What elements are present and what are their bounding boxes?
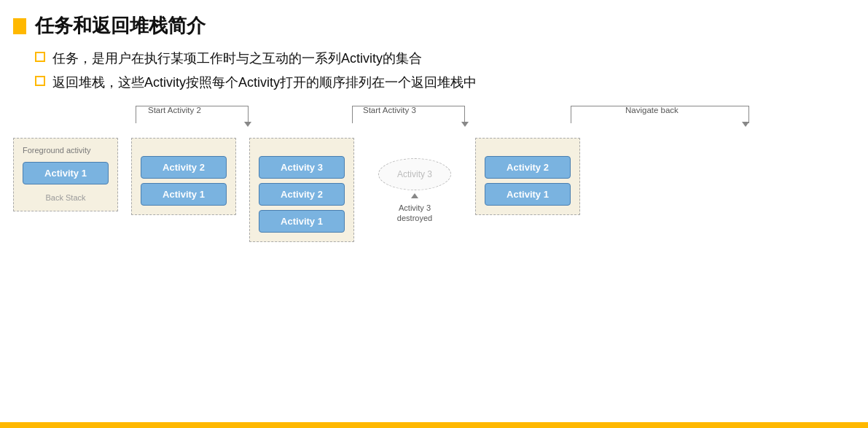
destroyed-label: Activity 3destroyed — [397, 203, 432, 224]
page-title: 任务和返回堆栈简介 — [35, 13, 206, 39]
stack1-label-top: Foreground activity — [23, 146, 91, 155]
activity-btn-5-1[interactable]: Activity 1 — [485, 183, 571, 206]
label-start-activity-2: Start Activity 2 — [148, 106, 201, 114]
title-marker — [13, 18, 26, 34]
arrow-down-start3 — [461, 122, 469, 127]
stack-box-5: Activity 2 Activity 1 — [475, 138, 580, 215]
bullet-list: 任务，是用户在执行某项工作时与之互动的一系列Activity的集合 返回堆栈，这… — [35, 49, 846, 93]
arrow-down-navigate — [742, 122, 749, 127]
stack-3: Activity 3 Activity 2 Activity 1 — [249, 138, 354, 242]
title-row: 任务和返回堆栈简介 — [13, 13, 846, 39]
stack-4: Activity 3 Activity 3destroyed — [367, 138, 462, 224]
diagram-row: Foreground activity Activity 1 Back Stac… — [13, 138, 837, 242]
activity-btn-3-3[interactable]: Activity 3 — [259, 156, 345, 179]
activity-btn-5-2[interactable]: Activity 2 — [485, 156, 571, 179]
stack-box-3: Activity 3 Activity 2 Activity 1 — [249, 138, 354, 242]
bullet-item-2: 返回堆栈，这些Activity按照每个Activity打开的顺序排列在一个返回堆… — [35, 73, 846, 93]
bullet-item-1: 任务，是用户在执行某项工作时与之互动的一系列Activity的集合 — [35, 49, 846, 69]
bullet-text-2: 返回堆栈，这些Activity按照每个Activity打开的顺序排列在一个返回堆… — [52, 73, 477, 93]
label-start-activity-3: Start Activity 3 — [363, 106, 416, 114]
stack1-label-bottom: Back Stack — [45, 193, 85, 202]
stack-box-2: Activity 2 Activity 1 — [131, 138, 236, 215]
stack-1: Foreground activity Activity 1 Back Stac… — [13, 138, 118, 211]
bottom-bar — [0, 422, 868, 428]
bullet-icon-1 — [35, 52, 45, 62]
bullet-text-1: 任务，是用户在执行某项工作时与之互动的一系列Activity的集合 — [52, 49, 422, 69]
bullet-icon-2 — [35, 76, 45, 86]
top-arrows-row: Start Activity 2 Start Activity 3 Naviga… — [13, 106, 837, 138]
stack-5: Activity 2 Activity 1 — [475, 138, 580, 215]
arrow-down-start2 — [244, 122, 251, 127]
stack-2: Activity 2 Activity 1 — [131, 138, 236, 215]
activity-btn-1-1[interactable]: Activity 1 — [23, 162, 109, 184]
activity-btn-3-1[interactable]: Activity 1 — [259, 210, 345, 233]
activity-btn-3-2[interactable]: Activity 2 — [259, 183, 345, 206]
activity-btn-2-2[interactable]: Activity 2 — [141, 156, 227, 179]
activity-ghost: Activity 3 — [378, 158, 451, 190]
label-navigate-back: Navigate back — [625, 106, 679, 114]
diagram-wrapper: Start Activity 2 Start Activity 3 Naviga… — [13, 106, 837, 242]
arrow-up-back — [411, 193, 418, 198]
stack-box-1: Foreground activity Activity 1 Back Stac… — [13, 138, 118, 211]
activity-btn-2-1[interactable]: Activity 1 — [141, 183, 227, 206]
